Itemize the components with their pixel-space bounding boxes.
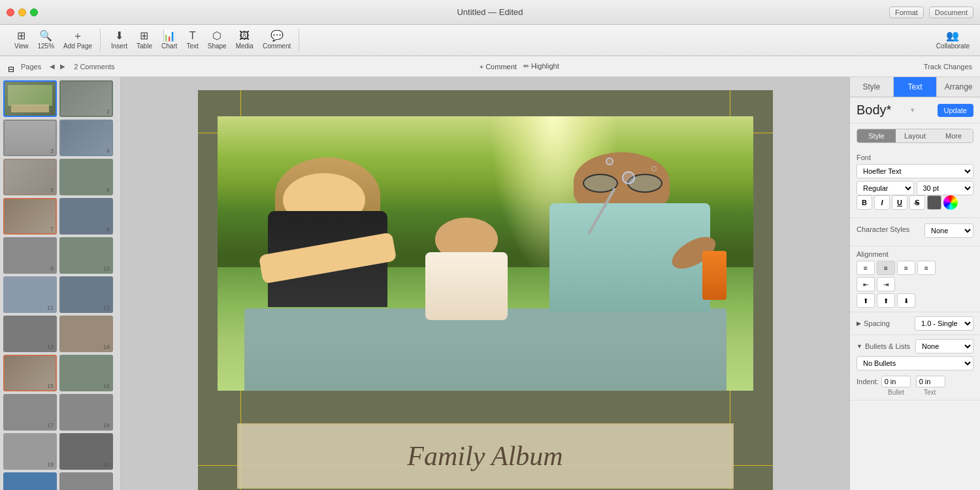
highlight-button[interactable]: ✏ Highlight [523,62,559,71]
minimize-button[interactable] [18,8,26,16]
page-thumb-10[interactable]: 10 [59,237,113,274]
comments-count[interactable]: 2 Comments [74,63,114,71]
page-thumb-20[interactable]: 20 [59,433,113,470]
add-page-button[interactable]: ＋ Add Page [59,29,96,52]
font-size-select[interactable]: 30 pt [917,181,974,195]
collaborate-button[interactable]: 👥 Collaborate [932,29,973,52]
shape-button[interactable]: ⬡ Shape [204,29,231,52]
page-thumb-21[interactable]: 21 [3,472,57,490]
italic-button[interactable]: I [874,195,890,210]
subtab-style[interactable]: Style [857,129,896,142]
insert-label: Insert [111,42,127,50]
page-thumb-22[interactable]: 22 [59,472,113,490]
page-thumb-14[interactable]: 14 [59,316,113,352]
album-title-box[interactable]: Family Album [237,423,734,489]
subtab-layout[interactable]: Layout [896,129,934,142]
track-changes-button[interactable]: Track Changes [924,63,972,71]
valign-middle-button[interactable]: ⬆ [877,293,895,308]
format-buttons: B I U S̶ [857,195,973,210]
valign-bottom-button[interactable]: ⬇ [897,293,915,308]
bullets-expand-arrow[interactable]: ▼ [857,343,862,350]
table-button[interactable]: ⊞ Table [133,29,156,52]
view-button[interactable]: ⊞ View [10,29,33,52]
page-thumb-13[interactable]: 13 [3,316,57,352]
page-num-2: 2 [106,108,110,115]
bullets-header: ▼ Bullets & Lists None [857,339,973,353]
font-section: Font Hoefler Text Regular 30 pt B I U S̶ [850,148,980,218]
page-thumb-12[interactable]: 12 [59,276,113,313]
page-thumb-4[interactable]: 4 [59,120,113,156]
spacing-expand-arrow[interactable]: ▶ [857,320,861,327]
tab-text[interactable]: Text [894,77,938,97]
text-label: Text [186,42,198,50]
add-comment-button[interactable]: + Comment [480,62,517,71]
spacing-label: Spacing [864,319,915,327]
page-num-1: 1 [50,108,54,115]
page-thumb-11[interactable]: 11 [3,276,57,313]
pages-label: Pages [21,63,41,71]
page-thumb-17[interactable]: 17 [3,394,57,431]
color-picker-circle[interactable] [943,195,958,210]
page-thumb-5[interactable]: 5 [3,159,57,195]
page-thumb-2[interactable]: 2 [59,80,113,117]
insert-button[interactable]: ⬇ Insert [107,29,131,52]
char-styles-select[interactable]: None [924,223,973,238]
shape-icon: ⬡ [212,31,221,41]
next-page-button[interactable]: ▶ [58,62,67,71]
bold-button[interactable]: B [857,195,872,210]
comment-button[interactable]: 💬 Comment [259,29,295,52]
page-thumb-1[interactable]: 1 [3,80,57,117]
indent-increase-button[interactable]: ⇥ [877,277,895,291]
align-justify-button[interactable]: ≡ [917,261,936,275]
page-thumb-18[interactable]: 18 [59,394,113,431]
page-thumb-15[interactable]: 15 [3,355,57,391]
chart-button[interactable]: 📊 Chart [157,29,181,52]
text-button[interactable]: T Text [182,29,202,52]
page-thumb-8[interactable]: 8 [59,198,113,235]
align-left-button[interactable]: ≡ [857,261,875,275]
update-button[interactable]: Update [938,104,973,117]
prev-page-button[interactable]: ◀ [48,62,57,71]
canvas-area[interactable]: Family Album [121,77,849,490]
valign-top-button[interactable]: ⬆ [857,293,875,308]
document-button[interactable]: Document [929,7,973,18]
align-right-button[interactable]: ≡ [897,261,915,275]
bullet-indent-input[interactable] [881,376,911,387]
font-name-select[interactable]: Hoefler Text [857,164,973,178]
page-num-8: 8 [106,226,110,233]
page-thumb-7[interactable]: 7 [3,198,57,235]
page-thumb-3[interactable]: 3 [3,120,57,156]
page-thumb-9[interactable]: 9 [3,237,57,274]
strikethrough-button[interactable]: S̶ [909,195,925,210]
tab-style[interactable]: Style [850,77,894,97]
maximize-button[interactable] [30,8,38,16]
zoom-button[interactable]: 🔍 125% [34,29,59,52]
bullets-value-select[interactable]: None [915,339,973,353]
page-thumb-19[interactable]: 19 [3,433,57,470]
character-styles-section: Character Styles None [850,218,980,246]
spacing-select[interactable]: 1.0 - Single [915,316,973,331]
alignment-section: Alignment ≡ ≡ ≡ ≡ ⇤ ⇥ ⬆ ⬆ ⬇ [850,246,980,312]
style-dropdown-arrow[interactable]: ▾ [911,106,915,114]
tab-arrange[interactable]: Arrange [937,77,980,97]
page-thumb-16[interactable]: 16 [59,355,113,391]
view-label: View [14,42,29,50]
alignment-grid: ≡ ≡ ≡ ≡ ⇤ ⇥ ⬆ ⬆ ⬇ [857,261,973,308]
format-button[interactable]: Format [889,7,924,18]
photo-frame[interactable] [218,116,753,391]
underline-button[interactable]: U [892,195,907,210]
no-bullets-select[interactable]: No Bullets [857,356,973,370]
indent-decrease-button[interactable]: ⇤ [857,277,875,291]
close-button[interactable] [7,8,14,16]
font-color-swatch[interactable] [927,195,941,210]
text-indent-input[interactable] [916,376,945,387]
align-center-button[interactable]: ≡ [877,261,895,275]
font-style-select[interactable]: Regular [857,181,914,195]
window-title: Untitled — Edited [457,7,523,17]
page-thumb-6[interactable]: 6 [59,159,113,195]
media-button[interactable]: 🖼 Media [232,29,257,52]
titlebar: Untitled — Edited Format Document [0,0,980,25]
view-group: ⊞ View 🔍 125% ＋ Add Page [7,29,101,52]
sidebar-toggle[interactable]: ⊟ [8,59,14,74]
subtab-more[interactable]: More [934,129,973,142]
